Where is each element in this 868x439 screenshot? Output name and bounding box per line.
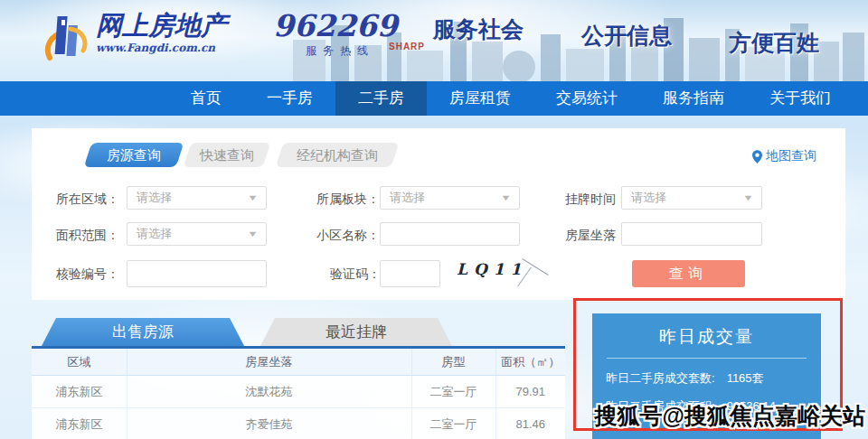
chevron-down-icon: ▼ <box>742 193 753 202</box>
slogan-serve-society: 服务社会 <box>433 14 524 44</box>
chevron-down-icon: ▼ <box>247 193 258 202</box>
area-range-label: 面积范围： <box>56 222 119 248</box>
nav-item-secondhand-homes[interactable]: 二手房 <box>335 81 427 116</box>
nav-item-new-homes[interactable]: 一手房 <box>244 81 335 116</box>
estate-name-label: 小区名称： <box>316 222 380 248</box>
chevron-down-icon: ▼ <box>500 193 511 202</box>
region-select[interactable]: 请选择 ▼ <box>127 186 267 210</box>
table-header-row: 区域 房屋坐落 房型 面积（㎡） <box>32 348 565 376</box>
col-header-layout: 房型 <box>411 348 495 376</box>
col-header-area: 面积（㎡） <box>495 348 565 376</box>
hotline-number: 962269 <box>273 11 398 42</box>
tab-house-search[interactable]: 房源查询 <box>84 143 184 167</box>
main-nav: 首页 一手房 二手房 房屋租赁 交易统计 服务指南 关于我们 <box>0 81 868 116</box>
map-search-label: 地图查询 <box>766 148 816 164</box>
nav-item-about-us[interactable]: 关于我们 <box>747 81 854 116</box>
nav-item-service-guide[interactable]: 服务指南 <box>640 81 747 116</box>
slogan-open-information: 公开信息 <box>581 21 672 51</box>
area-range-select[interactable]: 请选择 ▼ <box>127 222 267 246</box>
tab-recently-listed[interactable]: 最近挂牌 <box>260 318 452 346</box>
top-banner: SHARP 网上房地产 www.Fangdi.com.cn 962269 服务热… <box>0 0 868 81</box>
tab-quick-search[interactable]: 快速查询 <box>184 143 271 167</box>
estate-name-input[interactable] <box>380 222 520 246</box>
captcha-image[interactable]: LQ11 <box>449 260 556 287</box>
map-search-link[interactable]: 地图查询 <box>752 148 816 164</box>
search-button[interactable]: 查询 <box>632 260 745 287</box>
col-header-location: 房屋坐落 <box>127 348 411 376</box>
hotline-label: 服务热线 <box>306 43 398 59</box>
nav-item-transaction-stats[interactable]: 交易统计 <box>533 81 640 116</box>
verify-code-input[interactable] <box>127 260 267 287</box>
site-logo[interactable]: 网上房地产 www.Fangdi.com.cn <box>43 11 227 65</box>
tab-homes-for-sale[interactable]: 出售房源 <box>42 318 244 346</box>
chevron-down-icon: ▼ <box>247 229 258 238</box>
captcha-input[interactable] <box>380 260 440 287</box>
hotline: 962269 服务热线 <box>273 11 398 59</box>
nav-item-rental[interactable]: 房屋租赁 <box>427 81 533 116</box>
stats-panel-title: 昨日成交量 <box>592 325 821 349</box>
stat-label: 昨日二手房成交套数: <box>606 370 715 387</box>
location-pin-icon <box>752 150 762 163</box>
region-label: 所在区域： <box>56 186 119 211</box>
listing-time-label: 挂牌时间： <box>565 186 628 211</box>
logo-building-icon <box>43 11 89 65</box>
listings-table: 区域 房屋坐落 房型 面积（㎡） 浦东新区 沈默花苑 二室一厅 79.91 浦东… <box>32 346 565 439</box>
stat-deal-count: 昨日二手房成交套数: 1165套 <box>606 370 821 387</box>
plate-label: 所属板块： <box>316 186 380 211</box>
query-panel: 房源查询 快速查询 经纪机构查询 地图查询 所在区域： 请选择 ▼ 所属板块： … <box>32 128 845 300</box>
nav-item-home[interactable]: 首页 <box>168 81 244 116</box>
slogan-convenience: 方便百姓 <box>729 28 819 58</box>
house-location-input[interactable] <box>621 222 762 246</box>
col-header-district: 区域 <box>32 348 127 376</box>
logo-title: 网上房地产 <box>96 11 227 40</box>
verify-code-label: 核验编号： <box>56 261 119 286</box>
watermark-text: 搜狐号@搜狐焦点嘉峪关站 <box>595 401 865 431</box>
page: SHARP 网上房地产 www.Fangdi.com.cn 962269 服务热… <box>0 0 868 439</box>
tab-agency-search[interactable]: 经纪机构查询 <box>276 143 400 167</box>
plate-select[interactable]: 请选择 ▼ <box>380 186 520 210</box>
stats-divider <box>607 358 807 359</box>
listing-time-select[interactable]: 请选择 ▼ <box>621 186 762 210</box>
house-location-label: 房屋坐落： <box>565 222 628 248</box>
stat-value: 1165套 <box>727 370 764 387</box>
table-row[interactable]: 浦东新区 沈默花苑 二室一厅 79.91 <box>32 376 565 408</box>
captcha-label: 验证码： <box>330 261 381 286</box>
table-row[interactable]: 浦东新区 齐爱佳苑 二室一厅 81.46 <box>32 408 565 439</box>
logo-url: www.Fangdi.com.cn <box>96 42 227 54</box>
